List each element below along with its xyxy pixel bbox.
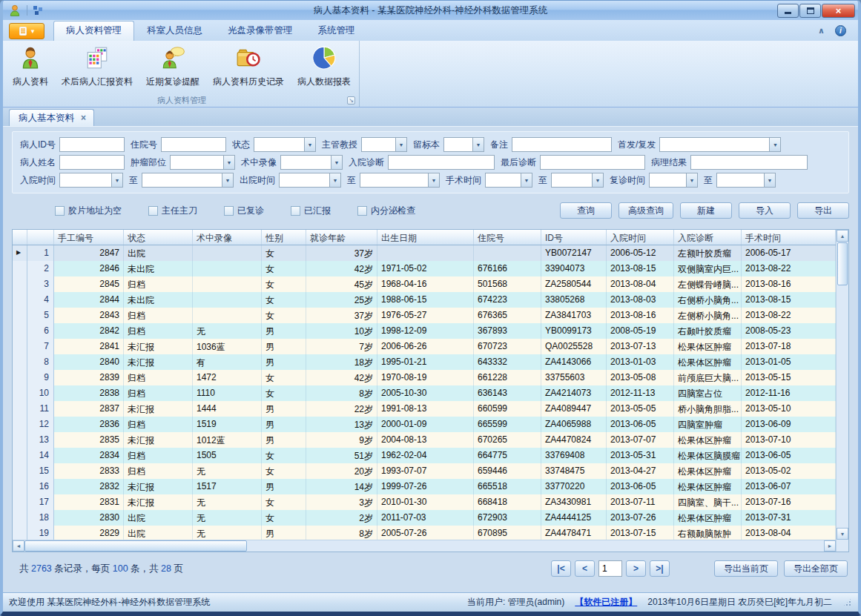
ribbon-button-data-report[interactable]: 病人数据报表 bbox=[291, 43, 357, 94]
dropdown-arrow-icon[interactable]: ▼ bbox=[331, 156, 342, 169]
table-row[interactable]: 102838归档1110女8岁2005-10-30636143ZA4214073… bbox=[13, 385, 836, 401]
column-header-1[interactable]: 状态 bbox=[124, 230, 193, 245]
pathology-result-input[interactable] bbox=[690, 155, 808, 170]
column-header-2[interactable]: 术中录像 bbox=[193, 230, 262, 245]
dropdown-arrow-icon[interactable]: ▼ bbox=[592, 173, 603, 187]
checkbox-box-icon[interactable] bbox=[148, 206, 158, 216]
column-header-4[interactable]: 就诊年龄 bbox=[306, 230, 377, 245]
admission-diagnosis-input[interactable] bbox=[388, 155, 495, 170]
column-header-0[interactable]: 手工编号 bbox=[54, 230, 124, 245]
table-row[interactable]: 42844未出院女25岁1988-06-15674223338052682013… bbox=[13, 292, 836, 308]
ribbon-tab-department-staff[interactable]: 科室人员信息 bbox=[134, 21, 215, 41]
checkbox-reported[interactable]: 已汇报 bbox=[291, 205, 331, 217]
dropdown-arrow-icon[interactable]: ▼ bbox=[304, 138, 315, 151]
chief-professor-combo[interactable]: ▼ bbox=[361, 137, 407, 152]
export-button[interactable]: 导出 bbox=[797, 202, 849, 219]
ribbon-collapse-icon[interactable]: ∧ bbox=[818, 27, 825, 35]
dialog-launcher-icon[interactable]: ↘ bbox=[347, 96, 355, 105]
help-info-icon[interactable]: i bbox=[835, 25, 846, 36]
column-header-3[interactable]: 性别 bbox=[262, 230, 306, 245]
ribbon-button-postop-report[interactable]: 术后病人汇报资料 bbox=[55, 43, 139, 94]
vertical-scrollbar[interactable]: ▲ ▼ bbox=[836, 230, 848, 552]
vertical-scroll-thumb[interactable] bbox=[837, 242, 848, 285]
page-number-input[interactable] bbox=[598, 560, 622, 577]
app-menu-button[interactable]: ▾ bbox=[9, 23, 44, 39]
specimen-combo[interactable]: ▼ bbox=[443, 137, 484, 152]
export-current-page-button[interactable]: 导出当前页 bbox=[714, 560, 778, 577]
admission-no-input[interactable] bbox=[161, 137, 226, 152]
column-header-9[interactable]: 入院诊断 bbox=[674, 230, 742, 245]
dropdown-arrow-icon[interactable]: ▼ bbox=[472, 138, 484, 151]
checkbox-chief-surgeon[interactable]: 主任主刀 bbox=[148, 205, 197, 217]
checkbox-box-icon[interactable] bbox=[291, 206, 300, 216]
first-or-relapse-combo[interactable]: ▼ bbox=[659, 137, 781, 152]
checkbox-revisited[interactable]: 已复诊 bbox=[224, 205, 264, 217]
ribbon-button-history-record[interactable]: 病人资料历史记录 bbox=[206, 43, 291, 94]
quick-access-layout-icon[interactable] bbox=[33, 5, 43, 16]
dropdown-arrow-icon[interactable]: ▼ bbox=[686, 173, 697, 187]
table-row[interactable]: ▶12847出院女37岁YB00721472006-05-12左额叶胶质瘤200… bbox=[13, 245, 836, 261]
tumor-site-combo[interactable]: ▼ bbox=[170, 155, 235, 170]
status-registered-link[interactable]: 【软件已注册】 bbox=[575, 596, 637, 609]
pager-last-button[interactable]: >| bbox=[650, 560, 670, 577]
revisit-date-from-combo[interactable]: ▼ bbox=[649, 173, 698, 188]
column-header-8[interactable]: 入院时间 bbox=[607, 230, 674, 245]
scroll-down-icon[interactable]: ▼ bbox=[837, 528, 848, 540]
horizontal-scrollbar[interactable]: ◄ ► bbox=[13, 540, 836, 552]
table-row[interactable]: 92839归档1472女42岁1970-08-19661228337556032… bbox=[13, 370, 836, 385]
table-row[interactable]: 132835未汇报1012蓝男9岁2004-08-13670265ZA44708… bbox=[13, 432, 836, 448]
intraop-video-combo[interactable]: ▼ bbox=[280, 155, 343, 170]
admission-date-to-combo[interactable]: ▼ bbox=[142, 173, 234, 188]
table-row[interactable]: 162832未汇报1517男14岁1999-07-266655183377022… bbox=[13, 479, 836, 494]
ribbon-tab-system-management[interactable]: 系统管理 bbox=[306, 21, 368, 41]
table-row[interactable]: 172831未汇报无女3岁2010-01-30668418ZA343098120… bbox=[13, 494, 836, 510]
dropdown-arrow-icon[interactable]: ▼ bbox=[428, 173, 439, 187]
table-row[interactable]: 142834归档1505女51岁1962-02-0466477533769408… bbox=[13, 448, 836, 463]
table-row[interactable]: 152833归档无女20岁1993-07-0765944633748475201… bbox=[13, 463, 836, 479]
ribbon-tab-disc-video-management[interactable]: 光盘录像带管理 bbox=[215, 21, 306, 41]
pager-prev-button[interactable]: < bbox=[575, 560, 595, 577]
discharge-date-to-combo[interactable]: ▼ bbox=[360, 173, 440, 188]
table-row[interactable]: 182830出院无女2岁2011-07-03672903ZA4444125201… bbox=[13, 510, 836, 526]
dropdown-arrow-icon[interactable]: ▼ bbox=[395, 138, 406, 151]
horizontal-scroll-thumb[interactable] bbox=[24, 540, 247, 552]
app-logo-icon[interactable] bbox=[8, 4, 22, 17]
document-tab-close-icon[interactable]: × bbox=[81, 113, 86, 123]
scroll-up-icon[interactable]: ▲ bbox=[837, 230, 848, 242]
admission-date-from-combo[interactable]: ▼ bbox=[59, 173, 123, 188]
remarks-input[interactable] bbox=[512, 137, 612, 152]
surgery-date-from-combo[interactable]: ▼ bbox=[485, 173, 532, 188]
vertical-scroll-track[interactable] bbox=[837, 286, 848, 528]
table-row[interactable]: 32845归档女45岁1968-04-16501568ZA25805442013… bbox=[13, 276, 836, 292]
surgery-date-to-combo[interactable]: ▼ bbox=[551, 173, 604, 188]
pager-first-button[interactable]: |< bbox=[551, 560, 571, 577]
pager-next-button[interactable]: > bbox=[626, 560, 646, 577]
dropdown-arrow-icon[interactable]: ▼ bbox=[222, 173, 233, 187]
final-diagnosis-input[interactable] bbox=[540, 155, 645, 170]
maximize-button[interactable] bbox=[799, 4, 821, 18]
ribbon-tab-patient-management[interactable]: 病人资料管理 bbox=[53, 21, 134, 41]
column-header-5[interactable]: 出生日期 bbox=[377, 230, 474, 245]
import-button[interactable]: 导入 bbox=[739, 202, 791, 219]
column-header-10[interactable]: 手术时间 bbox=[742, 230, 836, 245]
patient-id-input[interactable] bbox=[59, 137, 125, 152]
horizontal-scroll-track[interactable] bbox=[247, 540, 824, 552]
table-row[interactable]: 112837未汇报1444男22岁1991-08-13660599ZA40894… bbox=[13, 401, 836, 417]
minimize-button[interactable] bbox=[777, 4, 799, 18]
scroll-left-icon[interactable]: ◄ bbox=[13, 540, 24, 552]
discharge-date-from-combo[interactable]: ▼ bbox=[279, 173, 341, 188]
dropdown-arrow-icon[interactable]: ▼ bbox=[223, 156, 234, 169]
table-row[interactable]: 72841未汇报1036蓝男7岁2006-06-26670723QA002552… bbox=[13, 339, 836, 354]
query-button[interactable]: 查询 bbox=[560, 202, 612, 219]
advanced-query-button[interactable]: 高级查询 bbox=[618, 202, 673, 219]
dropdown-arrow-icon[interactable]: ▼ bbox=[111, 173, 122, 187]
checkbox-box-icon[interactable] bbox=[357, 206, 367, 216]
table-row[interactable]: 22846未出院女42岁1971-05-02676166339040732013… bbox=[13, 261, 836, 276]
checkbox-box-icon[interactable] bbox=[55, 206, 65, 216]
document-tab-patient-basic-info[interactable]: 病人基本资料 × bbox=[9, 109, 94, 126]
export-all-pages-button[interactable]: 导出全部页 bbox=[784, 560, 848, 577]
scroll-right-icon[interactable]: ► bbox=[824, 540, 836, 552]
revisit-date-to-combo[interactable]: ▼ bbox=[716, 173, 776, 188]
checkbox-film-address-empty[interactable]: 胶片地址为空 bbox=[55, 205, 122, 217]
dropdown-arrow-icon[interactable]: ▼ bbox=[521, 173, 532, 187]
